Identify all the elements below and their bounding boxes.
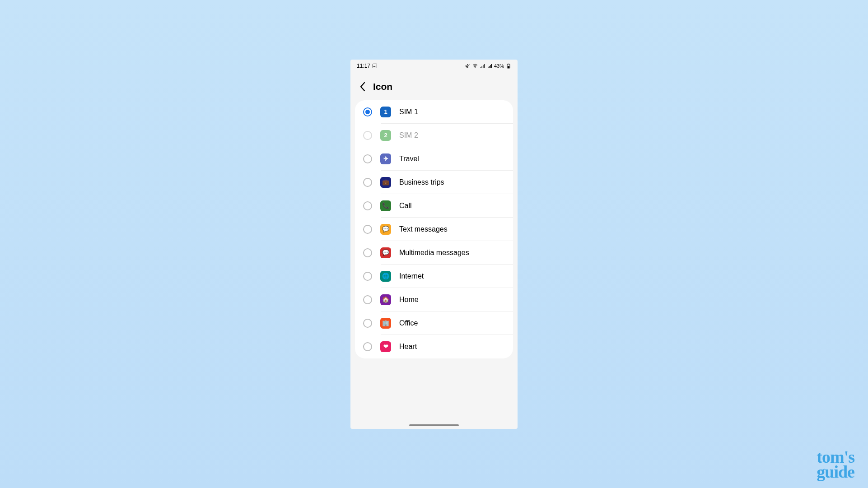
watermark: tom's guide [817,450,854,479]
phone-icon: 📞 [380,200,391,211]
svg-point-1 [475,67,476,68]
radio-4[interactable] [363,201,372,210]
svg-rect-4 [508,66,509,68]
statusbar: 11:17 43% [350,60,518,72]
signal2-icon [487,63,492,69]
option-row-4[interactable]: 📞Call [355,194,513,218]
radio-10[interactable] [363,342,372,351]
message-icon: 💬 [380,224,391,235]
sim2-icon: 2 [380,130,391,141]
option-label-0: SIM 1 [399,108,418,116]
sim1-icon: 1 [380,107,391,117]
option-row-0[interactable]: 1SIM 1 [355,100,513,124]
options-list: 1SIM 12SIM 2✈Travel💼Business trips📞Call💬… [355,100,513,358]
phone-frame: 11:17 43% Icon 1SIM 12SIM 2✈Travel💼Busin… [350,60,518,429]
status-right: 43% [465,63,511,69]
option-row-6[interactable]: 💬Multimedia messages [355,241,513,265]
back-button[interactable] [359,83,367,91]
option-label-9: Office [399,319,418,327]
signal1-icon [480,63,485,69]
option-label-1: SIM 2 [399,131,418,139]
office-icon: 🏢 [380,318,391,329]
briefcase-icon: 💼 [380,177,391,188]
radio-6[interactable] [363,248,372,257]
mute-icon [465,63,471,69]
wifi-icon [472,63,478,69]
option-label-3: Business trips [399,178,444,186]
option-label-8: Home [399,296,419,304]
mms-icon: 💬 [380,247,391,258]
status-time: 11:17 [357,63,370,69]
option-row-7[interactable]: 🌐Internet [355,265,513,288]
radio-3[interactable] [363,178,372,187]
radio-5[interactable] [363,225,372,234]
option-row-1: 2SIM 2 [355,124,513,147]
battery-percent: 43% [494,63,504,69]
option-label-10: Heart [399,343,417,351]
plane-icon: ✈ [380,153,391,164]
home-icon: 🏠 [380,294,391,305]
option-label-4: Call [399,202,412,210]
heart-icon: ❤ [380,341,391,352]
image-icon [372,63,378,69]
radio-7[interactable] [363,272,372,281]
option-row-3[interactable]: 💼Business trips [355,171,513,194]
option-row-5[interactable]: 💬Text messages [355,218,513,241]
status-left: 11:17 [357,63,378,69]
battery-icon [506,63,511,69]
radio-0[interactable] [363,107,372,116]
option-label-6: Multimedia messages [399,249,469,257]
option-label-5: Text messages [399,225,448,233]
option-label-2: Travel [399,155,419,163]
option-row-2[interactable]: ✈Travel [355,147,513,171]
option-label-7: Internet [399,272,424,280]
header: Icon [350,72,518,100]
svg-rect-0 [373,64,377,68]
radio-2[interactable] [363,154,372,163]
nav-indicator[interactable] [409,424,459,426]
option-row-9[interactable]: 🏢Office [355,311,513,335]
option-row-8[interactable]: 🏠Home [355,288,513,311]
watermark-line2: guide [817,465,854,479]
radio-9[interactable] [363,319,372,328]
page-title: Icon [373,81,392,92]
option-row-10[interactable]: ❤Heart [355,335,513,358]
radio-1 [363,131,372,140]
globe-icon: 🌐 [380,271,391,282]
radio-8[interactable] [363,295,372,304]
svg-rect-3 [508,64,509,64]
chevron-left-icon [359,82,366,92]
